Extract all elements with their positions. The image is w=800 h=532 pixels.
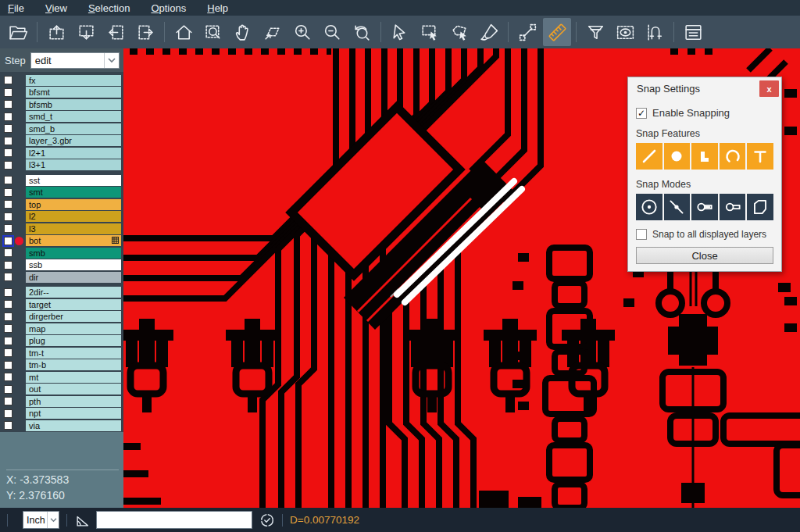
pan-right-button[interactable]: [131, 18, 159, 46]
layer-label[interactable]: ssb: [26, 259, 121, 270]
pan-up-button[interactable]: [42, 18, 70, 46]
snap-mode-point-on-line-button[interactable]: [664, 194, 691, 220]
enable-snapping-checkbox[interactable]: ✓: [636, 108, 647, 119]
layer-label[interactable]: l2+1: [26, 148, 121, 159]
layer-visibility-checkbox[interactable]: [4, 124, 12, 133]
layer-row-smt[interactable]: smt: [0, 187, 123, 199]
layer-visibility-checkbox[interactable]: [4, 337, 12, 345]
zoom-out-button[interactable]: [318, 18, 346, 46]
layer-visibility-checkbox[interactable]: [4, 421, 12, 430]
layer-row-dirgerber[interactable]: dirgerber: [0, 311, 123, 323]
snap-mode-slot-left-button[interactable]: [691, 194, 718, 220]
layer-label[interactable]: l3: [26, 223, 121, 234]
layers-panel-button[interactable]: [679, 18, 707, 46]
layer-row-target[interactable]: target: [0, 298, 123, 311]
dialog-title-bar[interactable]: Snap Settings x: [628, 77, 781, 100]
layer-visibility-checkbox[interactable]: [4, 300, 12, 309]
layer-label[interactable]: bfsmb: [26, 99, 121, 110]
layer-label[interactable]: l3+1: [26, 159, 121, 170]
layer-visibility-checkbox[interactable]: [4, 312, 12, 321]
step-select[interactable]: edit: [30, 52, 120, 69]
layer-label[interactable]: target: [26, 299, 121, 310]
snap-feature-line-button[interactable]: [636, 143, 662, 170]
layer-row-2dir--[interactable]: 2dir--: [0, 287, 123, 299]
layer-visibility-checkbox[interactable]: [4, 224, 12, 233]
snap-all-layers-checkbox[interactable]: [636, 229, 647, 240]
snap-feature-arc-button[interactable]: [720, 143, 746, 170]
layer-label[interactable]: bfsmt: [26, 87, 121, 98]
layer-row-smb[interactable]: smb: [0, 247, 123, 259]
refresh-check-icon[interactable]: [259, 512, 275, 528]
layer-visibility-checkbox[interactable]: [4, 188, 12, 197]
units-select[interactable]: Inch: [23, 511, 59, 529]
layer-visibility-checkbox[interactable]: [4, 100, 12, 109]
angle-mode-icon[interactable]: [74, 512, 91, 529]
layer-label[interactable]: via: [26, 420, 121, 431]
layer-visibility-checkbox[interactable]: [4, 237, 12, 245]
layer-row-plug[interactable]: plug: [0, 335, 123, 348]
layer-visibility-checkbox[interactable]: [4, 373, 12, 381]
layer-visibility-checkbox[interactable]: [4, 112, 12, 121]
layer-row-l2+1[interactable]: l2+1: [0, 147, 123, 159]
layer-row-mt[interactable]: mt: [0, 371, 123, 384]
layer-row-ssb[interactable]: ssb: [0, 259, 123, 272]
layer-row-bfsmb[interactable]: bfsmb: [0, 98, 123, 111]
measure-distance-button[interactable]: [513, 18, 541, 46]
layer-visibility-checkbox[interactable]: [4, 348, 12, 357]
layer-visibility-checkbox[interactable]: [4, 261, 12, 270]
menu-view[interactable]: View: [45, 2, 67, 14]
layer-label[interactable]: npt: [26, 408, 121, 419]
layer-row-l3+1[interactable]: l3+1: [0, 159, 123, 172]
layer-row-smd_t[interactable]: smd_t: [0, 111, 123, 123]
select-polygon-button[interactable]: [445, 18, 473, 46]
close-button[interactable]: Close: [636, 247, 773, 264]
close-icon[interactable]: x: [759, 80, 779, 97]
layer-row-tm-b[interactable]: tm-b: [0, 359, 123, 372]
pan-left-button[interactable]: [102, 18, 130, 46]
layer-label[interactable]: pth: [26, 396, 121, 407]
layer-label[interactable]: l2: [26, 211, 121, 222]
layer-visibility-checkbox[interactable]: [4, 88, 12, 97]
pan-hand-button[interactable]: [229, 18, 257, 46]
layer-visibility-checkbox[interactable]: [4, 361, 12, 370]
snap-mode-polygon-button[interactable]: [747, 194, 773, 220]
zoom-dynamic-button[interactable]: [259, 18, 287, 46]
grid-icon[interactable]: [112, 235, 119, 246]
paint-select-button[interactable]: [475, 18, 503, 46]
layer-row-bot[interactable]: bot: [0, 235, 123, 248]
layer-label[interactable]: 2dir--: [26, 287, 121, 298]
layer-visibility-checkbox[interactable]: [4, 161, 12, 170]
select-arrow-button[interactable]: [386, 18, 414, 46]
layer-label[interactable]: smb: [26, 248, 121, 259]
enable-snapping-row[interactable]: ✓ Enable Snapping: [636, 107, 773, 119]
layer-row-bfsmt[interactable]: bfsmt: [0, 87, 123, 99]
layer-label[interactable]: tm-b: [26, 359, 121, 370]
chevron-down-icon[interactable]: [104, 53, 119, 68]
pan-down-button[interactable]: [72, 18, 100, 46]
zoom-window-button[interactable]: [199, 18, 227, 46]
layer-row-l3[interactable]: l3: [0, 223, 123, 235]
layer-row-l2[interactable]: l2: [0, 211, 123, 223]
layer-visibility-checkbox[interactable]: [4, 212, 12, 221]
layer-visibility-checkbox[interactable]: [4, 248, 12, 257]
layer-visibility-checkbox[interactable]: [4, 288, 12, 297]
chevron-down-icon[interactable]: [47, 512, 59, 528]
menu-options[interactable]: Options: [151, 2, 186, 14]
layer-row-out[interactable]: out: [0, 384, 123, 396]
snap-mode-center-button[interactable]: [636, 194, 662, 220]
layer-row-fx[interactable]: fx: [0, 74, 123, 87]
snap-feature-text-button[interactable]: [747, 143, 773, 170]
snap-feature-pad-button[interactable]: [664, 143, 691, 170]
layer-visibility-checkbox[interactable]: [4, 148, 12, 157]
layer-visibility-checkbox[interactable]: [4, 176, 12, 184]
layer-label[interactable]: dirgerber: [26, 311, 121, 322]
layer-visibility-checkbox[interactable]: [4, 324, 12, 333]
snap-feature-surface-button[interactable]: [691, 143, 718, 170]
layer-label[interactable]: fx: [26, 75, 121, 86]
ruler-button[interactable]: [543, 18, 571, 46]
layer-label[interactable]: smd_t: [26, 111, 121, 122]
snap-all-layers-row[interactable]: Snap to all displayed layers: [636, 229, 773, 240]
layer-row-top[interactable]: top: [0, 198, 123, 211]
menu-selection[interactable]: Selection: [88, 2, 130, 14]
layer-row-pth[interactable]: pth: [0, 395, 123, 408]
